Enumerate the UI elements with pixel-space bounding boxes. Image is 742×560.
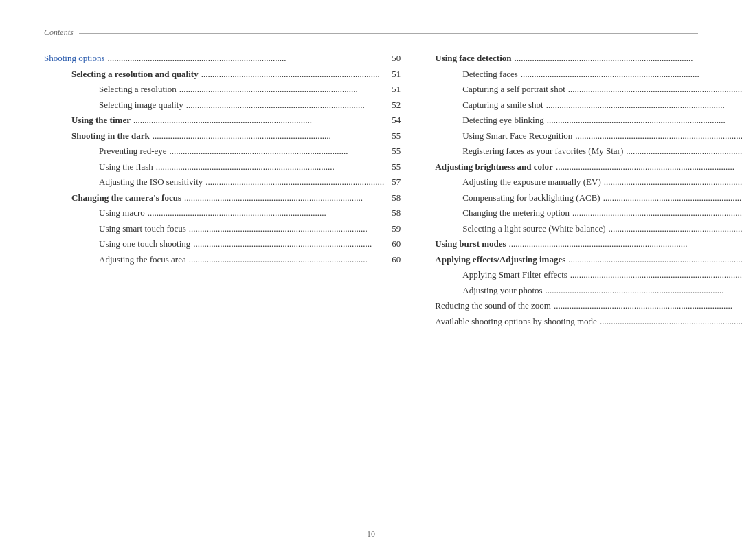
toc-entry: Using the flash.........................… bbox=[44, 160, 401, 174]
toc-entry: Using the timer.........................… bbox=[44, 113, 401, 127]
toc-title: Using burst modes bbox=[435, 237, 506, 251]
toc-title: Using Smart Face Recognition bbox=[449, 129, 572, 143]
toc-title: Selecting a resolution and quality bbox=[58, 67, 199, 81]
toc-title: Adjusting the ISO sensitivity bbox=[71, 175, 203, 189]
toc-entry: Detecting eye blinking..................… bbox=[435, 113, 742, 127]
toc-entry: Selecting image quality.................… bbox=[44, 98, 401, 112]
toc-dots: ........................................… bbox=[568, 253, 742, 267]
toc-dots: ........................................… bbox=[205, 175, 384, 189]
toc-title: Applying effects/Adjusting images bbox=[435, 253, 565, 267]
toc-entry: Preventing red-eye......................… bbox=[44, 144, 401, 158]
toc-title: Adjusting brightness and color bbox=[435, 160, 553, 174]
toc-entry: Adjusting the ISO sensitivity...........… bbox=[44, 175, 401, 189]
toc-title: Available shooting options by shooting m… bbox=[435, 315, 597, 328]
toc-dots: ........................................… bbox=[575, 129, 742, 143]
toc-dots: ........................................… bbox=[179, 82, 385, 96]
page-number: 10 bbox=[367, 529, 375, 539]
toc-entry: Selecting a resolution..................… bbox=[44, 82, 401, 96]
toc-entry: Using one touch shooting................… bbox=[44, 237, 401, 251]
toc-title: Shooting options bbox=[44, 52, 105, 65]
toc-dots: ........................................… bbox=[521, 67, 742, 81]
toc-entry: Adjusting brightness and color..........… bbox=[435, 160, 742, 174]
toc-entry: Changing the metering option............… bbox=[435, 206, 742, 220]
toc-dots: ........................................… bbox=[184, 191, 384, 205]
toc-dots: ........................................… bbox=[170, 144, 385, 158]
toc-title: Changing the camera's focus bbox=[58, 191, 181, 205]
toc-title: Using one touch shooting bbox=[71, 237, 190, 251]
toc-dots: ........................................… bbox=[148, 206, 385, 220]
toc-dots: ........................................… bbox=[626, 144, 742, 158]
toc-dots: ........................................… bbox=[604, 175, 742, 189]
toc-title: Selecting image quality bbox=[71, 98, 183, 112]
toc-page: 51 bbox=[387, 82, 401, 96]
toc-page: 51 bbox=[387, 67, 401, 81]
toc-title: Selecting a resolution bbox=[71, 82, 177, 96]
toc-title: Capturing a self portrait shot bbox=[449, 82, 565, 96]
toc-entry: Shooting options........................… bbox=[44, 52, 401, 65]
toc-title: Detecting faces bbox=[449, 67, 517, 81]
toc-dots: ........................................… bbox=[556, 160, 742, 174]
toc-entry: Using face detection....................… bbox=[435, 52, 742, 65]
toc-entry: Capturing a smile shot..................… bbox=[435, 98, 742, 112]
header-divider bbox=[79, 33, 698, 34]
toc-dots: ........................................… bbox=[201, 67, 385, 81]
toc-dots: ........................................… bbox=[186, 98, 385, 112]
left-column: Shooting options........................… bbox=[44, 52, 428, 330]
right-column: Using face detection....................… bbox=[428, 52, 742, 330]
toc-dots: ........................................… bbox=[108, 52, 385, 65]
toc-page: 57 bbox=[387, 175, 401, 189]
toc-entry: Using smart touch focus.................… bbox=[44, 222, 401, 236]
toc-entry: Compensating for backlighting (ACB).....… bbox=[435, 191, 742, 205]
toc-entry: Shooting in the dark....................… bbox=[44, 129, 401, 143]
toc-entry: Changing the camera's focus.............… bbox=[44, 191, 401, 205]
toc-title: Preventing red-eye bbox=[71, 144, 167, 158]
toc-entry: Reducing the sound of the zoom..........… bbox=[435, 299, 742, 313]
toc-dots: ........................................… bbox=[547, 113, 742, 127]
toc-entry: Applying Smart Filter effects...........… bbox=[435, 268, 742, 282]
toc-entry: Registering faces as your favorites (My … bbox=[435, 144, 742, 158]
toc-dots: ........................................… bbox=[609, 222, 742, 236]
toc-title: Using macro bbox=[71, 206, 145, 220]
toc-entry: Adjusting the exposure manually (EV)....… bbox=[435, 175, 742, 189]
toc-dots: ........................................… bbox=[509, 237, 742, 251]
toc-dots: ........................................… bbox=[189, 222, 385, 236]
toc-page: 55 bbox=[387, 160, 401, 174]
toc-entry: Detecting faces.........................… bbox=[435, 67, 742, 81]
toc-page: 54 bbox=[387, 113, 401, 127]
toc-title: Adjusting the focus area bbox=[71, 253, 186, 267]
toc-title: Selecting a light source (White balance) bbox=[449, 222, 605, 236]
toc-entry: Applying effects/Adjusting images.......… bbox=[435, 253, 742, 267]
toc-title: Registering faces as your favorites (My … bbox=[449, 144, 623, 158]
toc-entry: Adjusting the focus area................… bbox=[44, 253, 401, 267]
toc-entry: Selecting a light source (White balance)… bbox=[435, 222, 742, 236]
toc-title: Using smart touch focus bbox=[71, 222, 186, 236]
toc-dots: ........................................… bbox=[568, 82, 742, 96]
toc-dots: ........................................… bbox=[600, 315, 742, 328]
toc-dots: ........................................… bbox=[603, 191, 742, 205]
toc-page: 59 bbox=[387, 222, 401, 236]
toc-title: Adjusting the exposure manually (EV) bbox=[449, 175, 600, 189]
toc-dots: ........................................… bbox=[153, 129, 385, 143]
toc-entry: Selecting a resolution and quality......… bbox=[44, 67, 401, 81]
toc-title: Compensating for backlighting (ACB) bbox=[449, 191, 600, 205]
toc-page: 58 bbox=[387, 206, 401, 220]
toc-title: Applying Smart Filter effects bbox=[449, 268, 567, 282]
toc-dots: ........................................… bbox=[546, 98, 742, 112]
toc-page: 58 bbox=[387, 191, 401, 205]
toc-entry: Using Smart Face Recognition............… bbox=[435, 129, 742, 143]
toc-title: Using the flash bbox=[71, 160, 153, 174]
toc-entry: Available shooting options by shooting m… bbox=[435, 315, 742, 328]
toc-title: Using the timer bbox=[58, 113, 131, 127]
toc-dots: ........................................… bbox=[570, 268, 742, 282]
toc-dots: ........................................… bbox=[156, 160, 385, 174]
toc-entry: Using burst modes.......................… bbox=[435, 237, 742, 251]
page-footer: 10 bbox=[0, 529, 742, 539]
toc-page: 60 bbox=[387, 237, 401, 251]
toc-entry: Capturing a self portrait shot..........… bbox=[435, 82, 742, 96]
toc-dots: ........................................… bbox=[572, 206, 742, 220]
toc-title: Changing the metering option bbox=[449, 206, 570, 220]
toc-page: 60 bbox=[387, 253, 401, 267]
toc-page: 52 bbox=[387, 98, 401, 112]
toc-dots: ........................................… bbox=[193, 237, 384, 251]
toc-dots: ........................................… bbox=[133, 113, 384, 127]
